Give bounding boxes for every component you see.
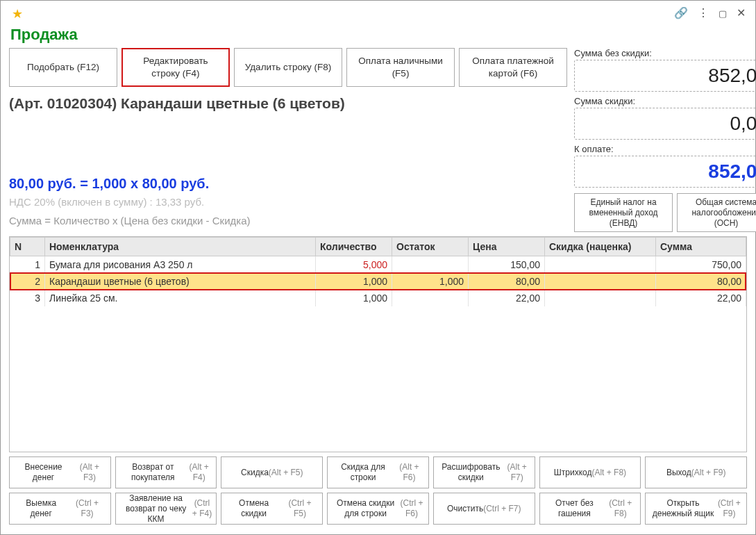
footer-button[interactable]: Выход (Alt + F9): [645, 456, 747, 488]
footer-button[interactable]: Внесение денег (Alt + F3): [9, 456, 111, 488]
tax-envd-button[interactable]: Единый налог на вмененный доход (ЕНВД): [574, 193, 673, 232]
footer-button[interactable]: Отчет без гашения (Ctrl + F8): [539, 493, 641, 525]
col-name[interactable]: Номенклатура: [45, 238, 316, 256]
footer-button[interactable]: Возврат от покупателя (Alt + F4): [115, 456, 217, 488]
subtotal-label: Сумма без скидки:: [574, 48, 756, 58]
main-toolbar: Подобрать (F12) Редактировать строку (F4…: [9, 48, 567, 87]
topay-value: 852,00: [574, 156, 756, 188]
page-title: Продажа: [10, 26, 747, 44]
table-row[interactable]: 2Карандаши цветные (6 цветов)1,0001,0008…: [10, 273, 746, 290]
footer-button[interactable]: Открыть денежный ящик (Ctrl + F9): [645, 493, 747, 525]
close-icon[interactable]: ✕: [737, 8, 746, 19]
kebab-menu-icon[interactable]: ⋮: [698, 8, 709, 19]
col-qty[interactable]: Количество: [316, 238, 392, 256]
discount-label: Сумма скидки:: [574, 96, 756, 106]
footer-button[interactable]: Выемка денег (Ctrl + F3): [9, 493, 111, 525]
pay-cash-button[interactable]: Оплата наличными (F5): [346, 48, 455, 87]
footer-button[interactable]: Очистить (Ctrl + F7): [433, 493, 535, 525]
discount-value: 0,00: [574, 108, 756, 140]
calculation-line: 80,00 руб. = 1,000 х 80,00 руб.: [9, 176, 567, 192]
topay-label: К оплате:: [574, 144, 756, 154]
col-sum[interactable]: Сумма: [656, 238, 746, 256]
star-icon[interactable]: ★: [12, 6, 747, 22]
vat-line: НДС 20% (включен в сумму) : 13,33 руб.: [9, 196, 567, 208]
subtotal-value: 852,00: [574, 60, 756, 92]
footer-button[interactable]: Отмена скидки (Ctrl + F5): [221, 493, 323, 525]
pick-button[interactable]: Подобрать (F12): [9, 48, 117, 87]
table-row[interactable]: 1Бумага для рисования А3 250 л5,000150,0…: [10, 256, 746, 274]
col-remain[interactable]: Остаток: [392, 238, 469, 256]
footer-panel: Внесение денег (Alt + F3)Возврат от поку…: [9, 456, 747, 529]
table-row[interactable]: 3Линейка 25 см.1,00022,0022,00: [10, 290, 746, 306]
footer-button[interactable]: Расшифровать скидки (Alt + F7): [433, 456, 535, 488]
tax-osn-button[interactable]: Общая система налогообложения (ОСН): [677, 193, 756, 232]
col-discount[interactable]: Скидка (наценка): [545, 238, 656, 256]
footer-button[interactable]: Скидка (Alt + F5): [221, 456, 323, 488]
footer-button[interactable]: Скидка для строки (Alt + F6): [327, 456, 429, 488]
selected-item-title: (Арт. 01020304) Карандаши цветные (6 цве…: [9, 95, 567, 112]
link-icon[interactable]: 🔗: [674, 8, 688, 19]
titlebar-controls: 🔗 ⋮ ▢ ✕: [674, 8, 746, 19]
col-n[interactable]: N: [10, 238, 45, 256]
pay-card-button[interactable]: Оплата платежной картой (F6): [459, 48, 567, 87]
formula-line: Сумма = Количество x (Цена без скидки - …: [9, 215, 567, 227]
footer-button[interactable]: Отмена скидки для строки (Ctrl + F6): [327, 493, 429, 525]
col-price[interactable]: Цена: [469, 238, 545, 256]
app-window: 🔗 ⋮ ▢ ✕ ★ Продажа Подобрать (F12) Редакт…: [0, 0, 756, 535]
footer-button[interactable]: Штрихкод (Alt + F8): [539, 456, 641, 488]
items-table[interactable]: N Номенклатура Количество Остаток Цена С…: [10, 237, 746, 306]
edit-row-button[interactable]: Редактировать строку (F4): [121, 48, 230, 87]
maximize-icon[interactable]: ▢: [719, 9, 727, 18]
footer-button[interactable]: Заявление на возврат по чеку ККМ (Ctrl +…: [115, 493, 217, 525]
delete-row-button[interactable]: Удалить строку (F8): [234, 48, 342, 87]
items-table-wrap: N Номенклатура Количество Остаток Цена С…: [9, 236, 747, 452]
